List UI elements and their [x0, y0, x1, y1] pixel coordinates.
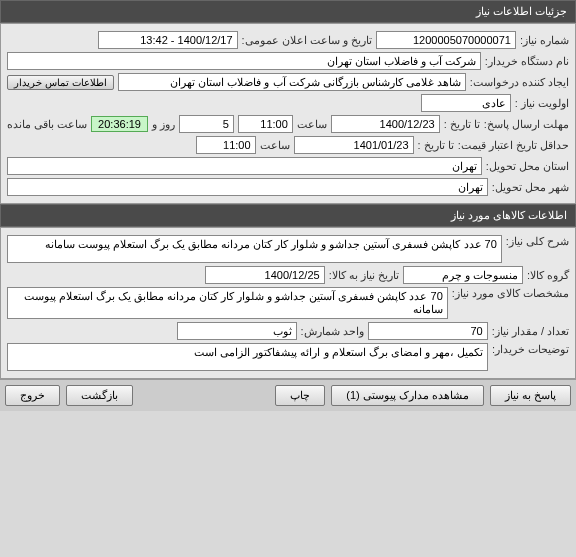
need-number-value: 1200005070000071: [376, 31, 516, 49]
creator-label: ایجاد کننده درخواست:: [470, 76, 569, 89]
section2-body: شرح کلی نیاز: 70 عدد کاپشن فسفری آستین ج…: [0, 227, 576, 379]
attachments-button[interactable]: مشاهده مدارک پیوستی (1): [331, 385, 484, 406]
announce-value: 1400/12/17 - 13:42: [98, 31, 238, 49]
delivery-city-value: تهران: [7, 178, 488, 196]
price-time: 11:00: [196, 136, 256, 154]
deadline-label: مهلت ارسال پاسخ:: [484, 118, 569, 131]
group-value: منسوجات و چرم: [403, 266, 523, 284]
days-value: 5: [179, 115, 234, 133]
buyer-label: نام دستگاه خریدار:: [485, 55, 569, 68]
announce-label: تاریخ و ساعت اعلان عمومی:: [242, 34, 372, 47]
desc-label: شرح کلی نیاز:: [506, 235, 569, 248]
buyer-notes-label: توضیحات خریدار:: [492, 343, 569, 356]
desc-value: 70 عدد کاپشن فسفری آستین جداشو و شلوار ک…: [7, 235, 502, 263]
creator-value: شاهد غلامی کارشناس بازرگانی شرکت آب و فا…: [118, 73, 466, 91]
delivery-province-value: تهران: [7, 157, 482, 175]
section1-body: شماره نیاز: 1200005070000071 تاریخ و ساع…: [0, 23, 576, 204]
countdown-timer: 20:36:19: [91, 116, 148, 132]
spec-value: 70 عدد کاپشن فسفری آستین جداشو و شلوار ک…: [7, 287, 448, 319]
price-time-label: ساعت: [260, 139, 290, 152]
qty-label: تعداد / مقدار نیاز:: [492, 325, 569, 338]
deadline-date: 1400/12/23: [331, 115, 440, 133]
buyer-value: شرکت آب و فاضلاب استان تهران: [7, 52, 481, 70]
priority-label: اولویت نیاز :: [515, 97, 569, 110]
unit-label: واحد شمارش:: [301, 325, 364, 338]
reply-button[interactable]: پاسخ به نیاز: [490, 385, 571, 406]
spec-label: مشخصات کالای مورد نیاز:: [452, 287, 569, 300]
qty-value: 70: [368, 322, 488, 340]
need-date-label: تاریخ نیاز به کالا:: [329, 269, 399, 282]
days-label: روز و: [152, 118, 175, 131]
price-cred-label: حداقل تاریخ اعتبار قیمت:: [458, 139, 569, 152]
price-cred-date: 1401/01/23: [294, 136, 414, 154]
contact-button[interactable]: اطلاعات تماس خریدار: [7, 75, 114, 90]
remaining-label: ساعت باقی مانده: [7, 118, 87, 131]
unit-value: ثوب: [177, 322, 297, 340]
delivery-city-label: شهر محل تحویل:: [492, 181, 569, 194]
footer-bar: پاسخ به نیاز مشاهده مدارک پیوستی (1) چاپ…: [0, 379, 576, 411]
price-cred-to-label: تا تاریخ :: [418, 139, 454, 152]
section2-header: اطلاعات کالاهای مورد نیاز: [0, 204, 576, 227]
exit-button[interactable]: خروج: [5, 385, 60, 406]
back-button[interactable]: بازگشت: [66, 385, 133, 406]
priority-value: عادی: [421, 94, 511, 112]
section1-header: جزئیات اطلاعات نیاز: [0, 0, 576, 23]
print-button[interactable]: چاپ: [275, 385, 325, 406]
need-number-label: شماره نیاز:: [520, 34, 569, 47]
deadline-time: 11:00: [238, 115, 293, 133]
delivery-province-label: استان محل تحویل:: [486, 160, 569, 173]
buyer-notes-value: تکمیل ،مهر و امضای برگ استعلام و ارائه پ…: [7, 343, 488, 371]
group-label: گروه کالا:: [527, 269, 569, 282]
need-date-value: 1400/12/25: [205, 266, 325, 284]
deadline-to-label: تا تاریخ :: [444, 118, 480, 131]
deadline-time-label: ساعت: [297, 118, 327, 131]
